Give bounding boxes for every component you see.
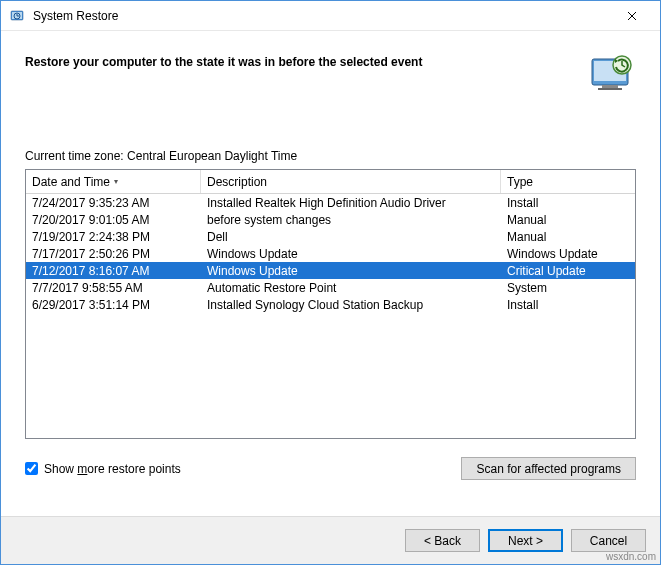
timezone-label: Current time zone: Central European Dayl…: [25, 149, 636, 163]
cell-type: Install: [501, 298, 635, 312]
table-row[interactable]: 7/12/2017 8:16:07 AMWindows UpdateCritic…: [26, 262, 635, 279]
svg-rect-5: [602, 85, 618, 88]
show-more-checkbox[interactable]: [25, 462, 38, 475]
restore-icon: [9, 8, 25, 24]
cell-date: 7/19/2017 2:24:38 PM: [26, 230, 201, 244]
table-row[interactable]: 6/29/2017 3:51:14 PMInstalled Synology C…: [26, 296, 635, 313]
show-more-label[interactable]: Show more restore points: [44, 462, 181, 476]
cell-description: Installed Realtek High Definition Audio …: [201, 196, 501, 210]
cell-type: System: [501, 281, 635, 295]
watermark: wsxdn.com: [606, 551, 656, 562]
cell-date: 7/17/2017 2:50:26 PM: [26, 247, 201, 261]
table-row[interactable]: 7/7/2017 9:58:55 AMAutomatic Restore Poi…: [26, 279, 635, 296]
scan-affected-button[interactable]: Scan for affected programs: [461, 457, 636, 480]
col-header-date-label: Date and Time: [32, 175, 110, 189]
close-button[interactable]: [612, 2, 652, 30]
cell-description: before system changes: [201, 213, 501, 227]
col-header-description[interactable]: Description: [201, 170, 501, 193]
header: Restore your computer to the state it wa…: [1, 31, 660, 111]
cell-description: Automatic Restore Point: [201, 281, 501, 295]
cell-type: Manual: [501, 213, 635, 227]
table-row[interactable]: 7/19/2017 2:24:38 PMDellManual: [26, 228, 635, 245]
cancel-button[interactable]: Cancel: [571, 529, 646, 552]
col-header-type[interactable]: Type: [501, 170, 635, 193]
cell-date: 7/24/2017 9:35:23 AM: [26, 196, 201, 210]
cell-type: Critical Update: [501, 264, 635, 278]
wizard-footer: < Back Next > Cancel: [1, 516, 660, 564]
below-table-row: Show more restore points Scan for affect…: [25, 457, 636, 480]
cell-date: 7/7/2017 9:58:55 AM: [26, 281, 201, 295]
cell-description: Windows Update: [201, 247, 501, 261]
cell-date: 6/29/2017 3:51:14 PM: [26, 298, 201, 312]
show-more-checkbox-row: Show more restore points: [25, 462, 181, 476]
cell-date: 7/12/2017 8:16:07 AM: [26, 264, 201, 278]
titlebar: System Restore: [1, 1, 660, 31]
window-title: System Restore: [33, 9, 612, 23]
restore-large-icon: [588, 49, 636, 97]
table-row[interactable]: 7/20/2017 9:01:05 AMbefore system change…: [26, 211, 635, 228]
col-header-desc-label: Description: [207, 175, 267, 189]
content-area: Current time zone: Central European Dayl…: [1, 111, 660, 480]
cell-description: Windows Update: [201, 264, 501, 278]
table-body: 7/24/2017 9:35:23 AMInstalled Realtek Hi…: [26, 194, 635, 313]
col-header-date[interactable]: Date and Time ▾: [26, 170, 201, 193]
cell-description: Installed Synology Cloud Station Backup: [201, 298, 501, 312]
table-row[interactable]: 7/17/2017 2:50:26 PMWindows UpdateWindow…: [26, 245, 635, 262]
back-button[interactable]: < Back: [405, 529, 480, 552]
sort-desc-icon: ▾: [114, 177, 118, 186]
header-text: Restore your computer to the state it wa…: [25, 49, 578, 69]
cell-date: 7/20/2017 9:01:05 AM: [26, 213, 201, 227]
svg-rect-6: [598, 88, 622, 90]
cell-type: Windows Update: [501, 247, 635, 261]
cell-type: Manual: [501, 230, 635, 244]
close-icon: [627, 11, 637, 21]
cell-type: Install: [501, 196, 635, 210]
cell-description: Dell: [201, 230, 501, 244]
table-row[interactable]: 7/24/2017 9:35:23 AMInstalled Realtek Hi…: [26, 194, 635, 211]
restore-points-table[interactable]: Date and Time ▾ Description Type 7/24/20…: [25, 169, 636, 439]
next-button[interactable]: Next >: [488, 529, 563, 552]
table-header: Date and Time ▾ Description Type: [26, 170, 635, 194]
col-header-type-label: Type: [507, 175, 533, 189]
